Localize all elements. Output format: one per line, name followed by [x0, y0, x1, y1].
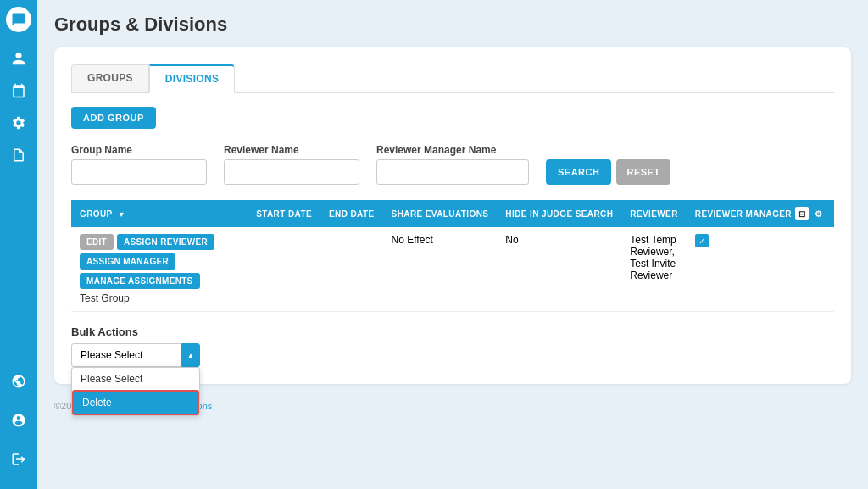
cell-share-evaluations: No Effect — [383, 227, 498, 312]
document-icon[interactable] — [6, 142, 31, 168]
dropdown-item-please-select[interactable]: Please Select — [72, 368, 199, 390]
settings-icon[interactable] — [6, 110, 31, 136]
group-name-field: Group Name — [71, 144, 207, 185]
cell-start-date — [248, 227, 320, 312]
group-name-label: Group Name — [71, 144, 207, 156]
reviewer-name-field: Reviewer Name — [224, 144, 359, 185]
search-buttons: SEARCH RESET — [546, 159, 670, 185]
globe-icon[interactable] — [6, 369, 31, 394]
search-button[interactable]: SEARCH — [546, 159, 611, 185]
reviewer-manager-input[interactable] — [376, 159, 529, 185]
bulk-actions: Bulk Actions Please Select Delete ▲ Plea… — [71, 325, 834, 367]
reviewer-name-label: Reviewer Name — [224, 144, 359, 156]
person-circle-icon[interactable] — [6, 408, 31, 433]
search-form: Group Name Reviewer Name Reviewer Manage… — [71, 144, 834, 185]
bulk-actions-label: Bulk Actions — [71, 325, 834, 338]
cell-reviewer: Test Temp Reviewer, Test Invite Reviewer — [621, 227, 687, 312]
bulk-select-wrapper: Please Select Delete ▲ Please Select Del… — [71, 343, 834, 367]
sidebar-bottom — [6, 369, 31, 489]
bulk-select[interactable]: Please Select Delete — [71, 343, 181, 367]
edit-button[interactable]: EDIT — [80, 234, 114, 250]
logout-icon[interactable] — [6, 447, 31, 472]
th-share-evaluations[interactable]: SHARE EVALUATIONS — [383, 200, 498, 227]
row-actions: EDIT ASSIGN REVIEWER ASSIGN MANAGER MANA… — [80, 234, 239, 289]
reviewer-manager-label: Reviewer Manager Name — [376, 144, 529, 156]
th-reviewer[interactable]: REVIEWER — [621, 200, 687, 227]
assign-manager-button[interactable]: ASSIGN MANAGER — [80, 253, 175, 270]
th-hide-in-judge-search[interactable]: HIDE IN JUDGE SEARCH — [497, 200, 621, 227]
th-end-date[interactable]: END DATE — [320, 200, 383, 227]
th-start-date[interactable]: START DATE — [248, 200, 320, 227]
main-card: GROUPS DIVISIONS ADD GROUP Group Name Re… — [54, 47, 851, 384]
cell-reviewer-manager: ✓ — [687, 227, 834, 312]
column-settings-icon[interactable]: ⚙ — [812, 207, 826, 220]
sidebar — [0, 0, 37, 489]
group-name-input[interactable] — [71, 159, 207, 185]
page-title: Groups & Divisions — [54, 14, 851, 36]
cell-hide-in-judge-search: No — [497, 227, 621, 312]
cell-end-date — [320, 227, 383, 312]
calendar-icon[interactable] — [6, 78, 31, 103]
add-group-button[interactable]: ADD GROUP — [71, 107, 156, 129]
main-content: Groups & Divisions GROUPS DIVISIONS ADD … — [37, 0, 868, 489]
user-icon[interactable] — [6, 46, 31, 71]
tab-groups[interactable]: GROUPS — [71, 64, 149, 92]
bulk-select-arrow[interactable]: ▲ — [181, 343, 200, 367]
table-row: EDIT ASSIGN REVIEWER ASSIGN MANAGER MANA… — [71, 227, 834, 312]
group-name-cell: Test Group — [80, 292, 239, 304]
reviewer-name-input[interactable] — [224, 159, 359, 185]
groups-table: GROUP ▼ START DATE END DATE SHARE EVALUA… — [71, 200, 834, 312]
sidebar-logo[interactable] — [6, 7, 31, 32]
cell-group-actions: EDIT ASSIGN REVIEWER ASSIGN MANAGER MANA… — [71, 227, 248, 312]
bulk-dropdown-menu: Please Select Delete — [71, 367, 200, 416]
tab-bar: GROUPS DIVISIONS — [71, 64, 834, 93]
assign-reviewer-button[interactable]: ASSIGN REVIEWER — [117, 234, 214, 250]
groups-table-container: GROUP ▼ START DATE END DATE SHARE EVALUA… — [71, 200, 834, 312]
sort-icon: ▼ — [118, 210, 125, 219]
column-toggle-icon[interactable]: ⊟ — [795, 207, 809, 220]
reviewer-manager-checkbox[interactable]: ✓ — [695, 234, 709, 247]
th-group[interactable]: GROUP ▼ — [71, 200, 248, 227]
reviewer-manager-field: Reviewer Manager Name — [376, 144, 529, 185]
manage-assignments-button[interactable]: MANAGE ASSIGNMENTS — [80, 273, 200, 289]
reset-button[interactable]: RESET — [616, 159, 670, 185]
tab-divisions[interactable]: DIVISIONS — [149, 64, 235, 93]
th-reviewer-manager[interactable]: REVIEWER MANAGER ⊟ ⚙ — [687, 200, 834, 227]
dropdown-item-delete[interactable]: Delete — [72, 390, 199, 415]
